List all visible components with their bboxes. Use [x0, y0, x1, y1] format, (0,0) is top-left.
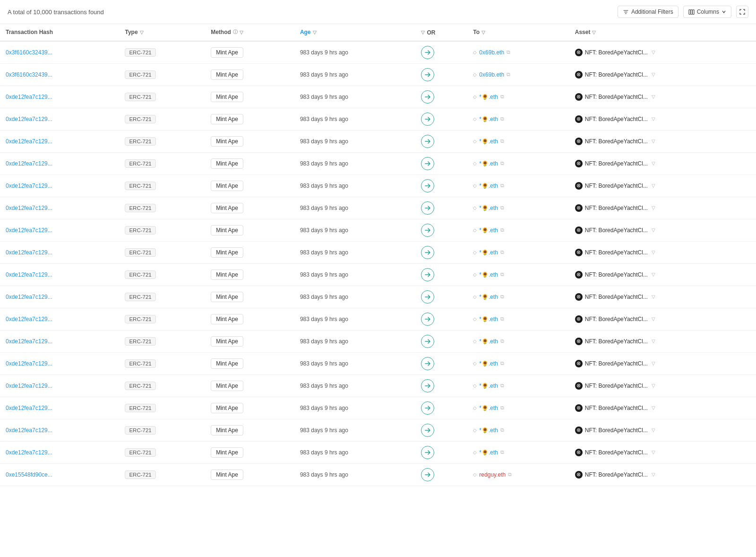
- copy-icon[interactable]: ⧉: [507, 49, 510, 55]
- arrow-button[interactable]: [421, 201, 434, 215]
- copy-icon[interactable]: ⧉: [507, 71, 510, 78]
- to-address-link[interactable]: *🌻.eth: [479, 116, 498, 122]
- to-address-link[interactable]: *🌻.eth: [479, 94, 498, 100]
- tx-hash-link[interactable]: 0xde12fea7c129...: [6, 205, 52, 211]
- tx-hash-link[interactable]: 0xde12fea7c129...: [6, 383, 52, 389]
- to-address-link[interactable]: *🌻.eth: [479, 427, 498, 434]
- to-address-link[interactable]: *🌻.eth: [479, 449, 498, 456]
- asset-filter-icon[interactable]: ▽: [652, 250, 655, 255]
- copy-icon[interactable]: ⧉: [500, 271, 504, 278]
- arrow-button[interactable]: [421, 357, 434, 370]
- to-address-link[interactable]: *🌻.eth: [479, 183, 498, 189]
- copy-icon[interactable]: ⧉: [500, 338, 504, 344]
- to-address-link[interactable]: *🌻.eth: [479, 138, 498, 145]
- to-address-link[interactable]: *🌻.eth: [479, 383, 498, 389]
- to-address-link[interactable]: *🌻.eth: [479, 405, 498, 411]
- to-address-link[interactable]: *🌻.eth: [479, 338, 498, 345]
- tx-hash-link[interactable]: 0xde12fea7c129...: [6, 249, 52, 256]
- expand-icon-btn[interactable]: [736, 6, 748, 18]
- copy-icon[interactable]: ⧉: [500, 427, 504, 433]
- arrow-button[interactable]: [421, 68, 434, 81]
- copy-icon[interactable]: ⧉: [500, 160, 504, 166]
- arrow-button[interactable]: [421, 224, 434, 237]
- tx-hash-link[interactable]: 0xde12fea7c129...: [6, 427, 52, 434]
- to-address-link[interactable]: 0x69b.eth: [479, 49, 504, 56]
- arrow-button[interactable]: [421, 135, 434, 148]
- arrow-button[interactable]: [421, 290, 434, 304]
- tx-hash-link[interactable]: 0xde12fea7c129...: [6, 94, 52, 100]
- asset-filter-icon[interactable]: ▽: [652, 472, 655, 477]
- copy-icon[interactable]: ⧉: [500, 94, 504, 100]
- asset-filter-icon[interactable]: ▽: [652, 294, 655, 299]
- copy-icon[interactable]: ⧉: [508, 471, 512, 478]
- type-sort-icon[interactable]: ▽: [140, 30, 144, 35]
- asset-filter-icon[interactable]: ▽: [652, 383, 655, 388]
- arrow-button[interactable]: [421, 446, 434, 459]
- asset-filter-icon[interactable]: ▽: [652, 427, 655, 433]
- to-address-link[interactable]: *🌻.eth: [479, 271, 498, 278]
- copy-icon[interactable]: ⧉: [500, 205, 504, 211]
- asset-filter-icon[interactable]: ▽: [652, 316, 655, 322]
- arrow-button[interactable]: [421, 157, 434, 170]
- to-address-link[interactable]: redguy.eth: [479, 471, 506, 478]
- to-address-link[interactable]: *🌻.eth: [479, 249, 498, 256]
- to-address-link[interactable]: *🌻.eth: [479, 227, 498, 234]
- asset-filter-icon[interactable]: ▽: [652, 50, 655, 55]
- arrow-button[interactable]: [421, 468, 434, 481]
- age-sort-icon[interactable]: ▽: [313, 30, 317, 35]
- asset-sort-icon[interactable]: ▽: [592, 30, 596, 35]
- arrow-button[interactable]: [421, 179, 434, 192]
- tx-hash-link[interactable]: 0xde12fea7c129...: [6, 183, 52, 189]
- copy-icon[interactable]: ⧉: [500, 183, 504, 189]
- asset-filter-icon[interactable]: ▽: [652, 339, 655, 344]
- tx-hash-link[interactable]: 0xde12fea7c129...: [6, 138, 52, 145]
- asset-filter-icon[interactable]: ▽: [652, 205, 655, 210]
- asset-filter-icon[interactable]: ▽: [652, 161, 655, 166]
- to-address-link[interactable]: *🌻.eth: [479, 316, 498, 322]
- tx-hash-link[interactable]: 0x3f6160c32439...: [6, 49, 52, 56]
- tx-hash-link[interactable]: 0xde12fea7c129...: [6, 294, 52, 300]
- tx-hash-link[interactable]: 0xde12fea7c129...: [6, 116, 52, 122]
- to-sort-icon[interactable]: ▽: [481, 30, 485, 35]
- copy-icon[interactable]: ⧉: [500, 316, 504, 322]
- arrow-button[interactable]: [421, 246, 434, 259]
- or-filter-icon[interactable]: ▽: [421, 30, 425, 35]
- arrow-button[interactable]: [421, 379, 434, 392]
- asset-filter-icon[interactable]: ▽: [652, 116, 655, 122]
- asset-filter-icon[interactable]: ▽: [652, 183, 655, 188]
- to-address-link[interactable]: *🌻.eth: [479, 205, 498, 211]
- to-address-link[interactable]: *🌻.eth: [479, 160, 498, 167]
- copy-icon[interactable]: ⧉: [500, 405, 504, 411]
- arrow-button[interactable]: [421, 90, 434, 104]
- asset-filter-icon[interactable]: ▽: [652, 361, 655, 366]
- asset-filter-icon[interactable]: ▽: [652, 405, 655, 410]
- asset-filter-icon[interactable]: ▽: [652, 227, 655, 233]
- additional-filters-button[interactable]: Additional Filters: [618, 6, 679, 18]
- to-address-link[interactable]: *🌻.eth: [479, 360, 498, 367]
- tx-hash-link[interactable]: 0xde12fea7c129...: [6, 271, 52, 278]
- asset-filter-icon[interactable]: ▽: [652, 72, 655, 77]
- tx-hash-link[interactable]: 0xde12fea7c129...: [6, 160, 52, 167]
- arrow-button[interactable]: [421, 424, 434, 437]
- copy-icon[interactable]: ⧉: [500, 360, 504, 366]
- tx-hash-link[interactable]: 0x3f6160c32439...: [6, 71, 52, 78]
- copy-icon[interactable]: ⧉: [500, 294, 504, 300]
- tx-hash-link[interactable]: 0xde12fea7c129...: [6, 360, 52, 367]
- asset-filter-icon[interactable]: ▽: [652, 272, 655, 277]
- copy-icon[interactable]: ⧉: [500, 138, 504, 144]
- columns-button[interactable]: Columns: [683, 6, 731, 18]
- method-info-icon[interactable]: ⓘ: [233, 29, 238, 35]
- tx-hash-link[interactable]: 0xde12fea7c129...: [6, 227, 52, 234]
- arrow-button[interactable]: [421, 401, 434, 415]
- to-address-link[interactable]: 0x69b.eth: [479, 71, 504, 78]
- method-sort-icon[interactable]: ▽: [240, 30, 243, 35]
- col-age-label[interactable]: Age: [300, 29, 311, 35]
- tx-hash-link[interactable]: 0xde12fea7c129...: [6, 449, 52, 456]
- arrow-button[interactable]: [421, 335, 434, 348]
- copy-icon[interactable]: ⧉: [500, 227, 504, 233]
- asset-filter-icon[interactable]: ▽: [652, 139, 655, 144]
- to-address-link[interactable]: *🌻.eth: [479, 294, 498, 300]
- copy-icon[interactable]: ⧉: [500, 116, 504, 122]
- tx-hash-link[interactable]: 0xe15548fd90ce...: [6, 471, 52, 478]
- arrow-button[interactable]: [421, 46, 434, 59]
